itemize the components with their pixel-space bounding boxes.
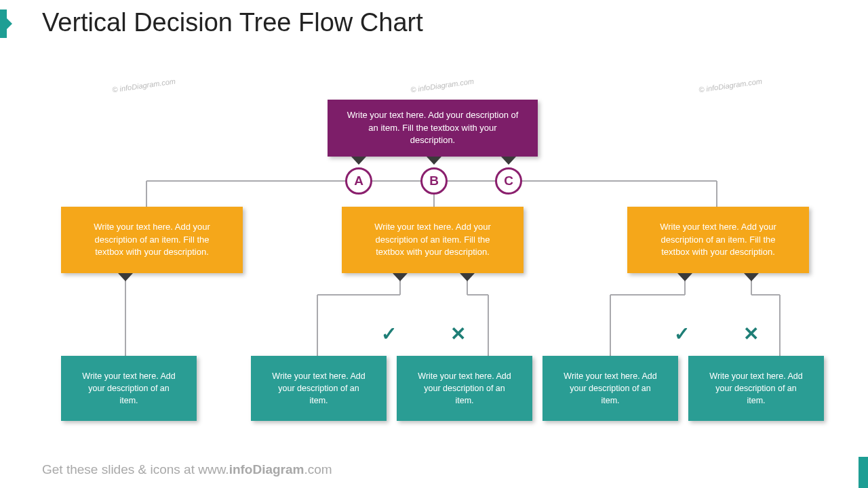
footer-post: .com [304, 462, 332, 476]
cross-icon: ✕ [743, 323, 759, 345]
root-box: Write your text here. Add your descripti… [328, 100, 538, 157]
mid-box-text: Write your text here. Add your descripti… [646, 221, 790, 260]
arrow-down-icon [744, 273, 759, 281]
leaf-text: Write your text here. Add your descripti… [561, 370, 659, 407]
arrow-down-icon [460, 273, 475, 281]
mid-box-left: Write your text here. Add your descripti… [61, 207, 243, 273]
option-label: A [354, 174, 363, 188]
mid-box-text: Write your text here. Add your descripti… [361, 221, 505, 260]
arrow-down-icon [427, 157, 441, 165]
arrow-down-icon [118, 273, 133, 281]
cross-icon: ✕ [450, 323, 466, 345]
leaf-box: Write your text here. Add your descripti… [251, 356, 387, 421]
option-label: C [504, 174, 513, 188]
leaf-box: Write your text here. Add your descripti… [397, 356, 532, 421]
watermark: © infoDiagram.com [698, 77, 763, 94]
arrow-down-icon [351, 157, 366, 165]
leaf-text: Write your text here. Add your descripti… [416, 370, 513, 407]
mid-box-right: Write your text here. Add your descripti… [627, 207, 809, 273]
option-label: B [429, 174, 439, 188]
arrow-down-icon [393, 273, 408, 281]
watermark: © infoDiagram.com [112, 77, 176, 94]
arrow-down-icon [501, 157, 516, 165]
arrow-down-icon [677, 273, 692, 281]
option-circle-c: C [495, 167, 522, 195]
leaf-box: Write your text here. Add your descripti… [61, 356, 197, 421]
mid-box-text: Write your text here. Add your descripti… [80, 221, 224, 260]
option-circle-b: B [420, 167, 448, 195]
leaf-text: Write your text here. Add your descripti… [80, 370, 178, 407]
check-icon: ✓ [674, 323, 690, 345]
leaf-text: Write your text here. Add your descripti… [707, 370, 805, 407]
root-box-text: Write your text here. Add your descripti… [347, 109, 519, 148]
check-icon: ✓ [381, 323, 397, 345]
slide-canvas: Vertical Decision Tree Flow Chart © info… [0, 0, 868, 488]
option-circle-a: A [345, 167, 372, 195]
bottom-right-accent [859, 457, 868, 488]
left-accent-tab [0, 9, 7, 38]
footer-bold: infoDiagram [229, 462, 304, 476]
watermark: © infoDiagram.com [410, 77, 475, 94]
page-title: Vertical Decision Tree Flow Chart [42, 8, 423, 37]
leaf-text: Write your text here. Add your descripti… [270, 370, 368, 407]
footer-credit: Get these slides & icons at www.infoDiag… [42, 462, 332, 477]
leaf-box: Write your text here. Add your descripti… [542, 356, 678, 421]
footer-pre: Get these slides & icons at www. [42, 462, 229, 476]
leaf-box: Write your text here. Add your descripti… [688, 356, 824, 421]
mid-box-center: Write your text here. Add your descripti… [342, 207, 524, 273]
